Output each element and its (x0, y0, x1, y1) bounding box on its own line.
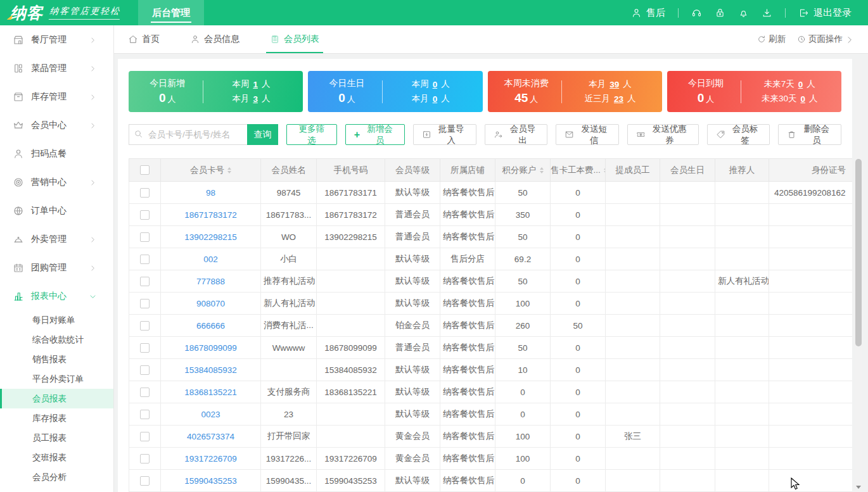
action-button[interactable]: 发送短信 (556, 124, 619, 145)
column-header-label: 提成员工 (616, 165, 650, 175)
cell-card[interactable]: 19317226709 (161, 448, 261, 470)
cell-level: 默认等级 (385, 403, 440, 426)
sort-arrows-icon[interactable] (540, 167, 544, 173)
cell-card[interactable]: 18368135221 (161, 381, 261, 403)
cell-fee: 0 (551, 448, 606, 470)
cell-card[interactable]: 98 (161, 182, 261, 204)
sidebar-item[interactable]: 菜品管理 (0, 54, 113, 82)
row-checkbox[interactable] (140, 232, 150, 242)
search-input[interactable] (129, 124, 247, 145)
sidebar-subitem[interactable]: 会员报表 (0, 389, 113, 408)
sidebar-subitem[interactable]: 会员分析 (0, 467, 113, 487)
sidebar-item[interactable]: 报表中心 (0, 282, 113, 310)
sidebar-subitem[interactable]: 平台外卖订单 (0, 369, 113, 389)
cell-card[interactable]: 002 (161, 248, 261, 270)
cell-card[interactable]: 666666 (161, 315, 261, 337)
sort-arrows-icon[interactable] (227, 167, 231, 173)
column-header[interactable]: 会员卡号 (161, 159, 261, 182)
column-header[interactable]: 售卡工本费... (551, 159, 606, 182)
select-all-checkbox[interactable] (140, 165, 150, 175)
logout-icon (798, 8, 809, 18)
cell-points: 0 (495, 470, 551, 492)
cloche-icon (13, 234, 24, 245)
module-tab-backend[interactable]: 后台管理 (138, 0, 204, 25)
scrollbar-down-arrow[interactable] (856, 486, 861, 489)
cell-card[interactable]: 13902298215 (161, 226, 261, 248)
sidebar-subitem[interactable]: 交班报表 (0, 448, 113, 467)
logout-button[interactable]: 退出登录 (798, 7, 852, 19)
toolbar: 查询 更多筛选+新增会员批量导入会员导出发送短信发送优惠券会员标签删除会员 (129, 124, 841, 145)
query-button[interactable]: 查询 (247, 124, 278, 145)
row-checkbox[interactable] (140, 255, 150, 264)
cell-points: 100 (495, 426, 551, 448)
cell-card[interactable]: 18671783172 (161, 204, 261, 226)
lock-button[interactable] (715, 8, 725, 18)
tab-item[interactable]: 会员信息 (190, 25, 239, 53)
row-checkbox[interactable] (140, 321, 150, 331)
sidebar-item-label: 会员中心 (31, 120, 89, 131)
vertical-scrollbar[interactable] (855, 59, 862, 492)
sidebar-item[interactable]: 外卖管理 (0, 225, 113, 253)
cell-fee: 50 (551, 315, 606, 337)
column-header[interactable]: 积分账户 (495, 159, 551, 182)
cell-card[interactable]: 18678099099 (161, 337, 261, 359)
action-button[interactable]: 会员导出 (485, 124, 548, 145)
account-menu[interactable]: 售后 (631, 7, 665, 19)
cell-card[interactable]: 777888 (161, 270, 261, 293)
notifications-button[interactable] (738, 8, 749, 18)
row-checkbox[interactable] (140, 410, 150, 419)
sidebar-subitem[interactable]: 综合收款统计 (0, 330, 113, 350)
cell-store: 纳客餐饮售后 (440, 293, 495, 315)
sidebar-subitem[interactable]: 库存报表 (0, 408, 113, 428)
action-button[interactable]: 批量导入 (413, 124, 476, 145)
sidebar-subitem-label: 员工报表 (32, 432, 67, 444)
row-checkbox[interactable] (140, 188, 150, 198)
table-row: 18368135221支付服务商18368135221默认等级纳客餐饮售后00 (129, 381, 853, 403)
row-checkbox[interactable] (140, 277, 150, 286)
cell-points: 69.2 (495, 248, 551, 270)
action-button[interactable]: +新增会员 (345, 124, 405, 145)
action-button[interactable]: 更多筛选 (286, 124, 337, 145)
row-checkbox[interactable] (140, 343, 150, 353)
action-button[interactable]: 发送优惠券 (627, 124, 699, 145)
sidebar-subitem[interactable]: 销售报表 (0, 350, 113, 369)
cell-card[interactable]: 908070 (161, 293, 261, 315)
person-icon (13, 148, 24, 160)
download-button[interactable] (762, 8, 772, 18)
sidebar-item[interactable]: 会员中心 (0, 111, 113, 139)
support-button[interactable] (691, 8, 702, 18)
sidebar-item[interactable]: 订单中心 (0, 196, 113, 225)
sidebar-subitem[interactable]: 员工报表 (0, 428, 113, 448)
sidebar-subitem[interactable]: 每日对账单 (0, 310, 113, 330)
sidebar-item-label: 外卖管理 (31, 234, 89, 245)
cell-name: 打开带回家 (261, 426, 317, 448)
cell-card[interactable]: 4026573374 (161, 426, 261, 448)
action-button[interactable]: 删除会员 (778, 124, 841, 145)
page-operations-button[interactable]: 页面操作 (797, 34, 854, 45)
action-button[interactable]: 会员标签 (707, 124, 770, 145)
row-checkbox[interactable] (140, 299, 150, 308)
cell-card[interactable]: 15990435253 (161, 470, 261, 492)
tab-active[interactable]: 会员列表 (270, 25, 319, 53)
row-checkbox[interactable] (140, 476, 150, 486)
sidebar-item[interactable]: 扫码点餐 (0, 139, 113, 168)
sidebar-item[interactable]: 餐厅管理 (0, 25, 113, 54)
tab-item[interactable]: 首页 (128, 25, 160, 53)
refresh-button[interactable]: 刷新 (757, 34, 786, 45)
cell-card[interactable]: 0023 (161, 403, 261, 426)
row-checkbox[interactable] (140, 388, 150, 397)
sidebar-item[interactable]: 团购管理 (0, 253, 113, 282)
scrollbar-thumb[interactable] (855, 159, 862, 346)
row-checkbox[interactable] (140, 365, 150, 375)
stat-label: 今日生日 (312, 78, 382, 89)
row-checkbox[interactable] (140, 210, 150, 220)
stat-detail: 本周0人 (412, 79, 450, 90)
row-checkbox[interactable] (140, 454, 150, 464)
cell-referrer (715, 337, 769, 359)
row-checkbox[interactable] (140, 432, 150, 441)
sidebar-item[interactable]: 库存管理 (0, 82, 113, 111)
cell-level: 默认等级 (385, 248, 440, 270)
user-icon (190, 34, 200, 44)
cell-card[interactable]: 15384085932 (161, 359, 261, 381)
sidebar-item[interactable]: 营销中心 (0, 168, 113, 196)
